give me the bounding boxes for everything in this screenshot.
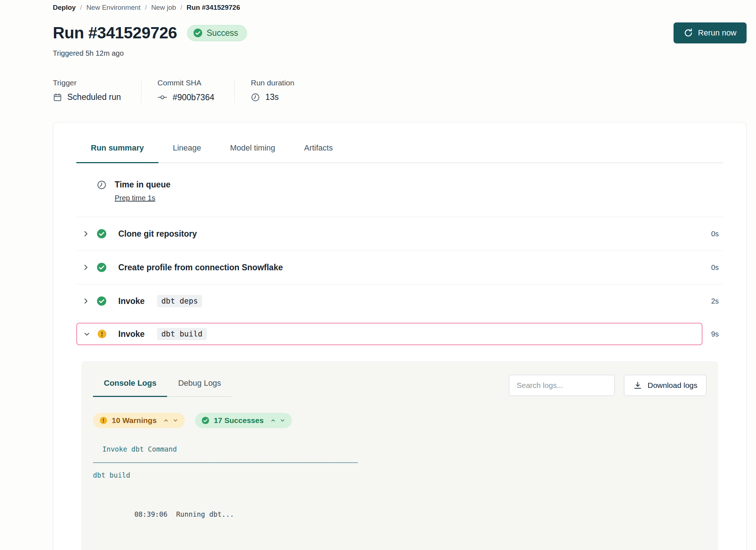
time-in-queue-block: Time in queue Prep time 1s bbox=[76, 163, 723, 217]
log-badges-row: 10 Warnings 17 Successes bbox=[93, 413, 706, 428]
run-meta: Trigger Scheduled run Commit SHA #900b73… bbox=[53, 79, 747, 102]
header: Run #341529726 Success Rerun now bbox=[53, 22, 747, 43]
chevron-up-icon[interactable] bbox=[163, 418, 169, 423]
meta-commit: Commit SHA #900b7364 bbox=[157, 79, 235, 102]
log-timestamp: 08:39:06 bbox=[134, 510, 167, 518]
breadcrumb-new-job[interactable]: New job bbox=[151, 4, 176, 12]
meta-duration-label: Run duration bbox=[251, 79, 294, 87]
check-circle-icon bbox=[97, 296, 107, 306]
meta-trigger-value: Scheduled run bbox=[67, 92, 121, 102]
meta-trigger-label: Trigger bbox=[53, 79, 121, 87]
download-logs-label: Download logs bbox=[647, 381, 697, 390]
clock-icon bbox=[251, 93, 260, 102]
run-detail-page: Deploy / New Environment / New job / Run… bbox=[0, 0, 756, 550]
log-command-title: Invoke dbt Command bbox=[93, 443, 706, 456]
breadcrumb-separator: / bbox=[145, 4, 147, 12]
breadcrumb: Deploy / New Environment / New job / Run… bbox=[53, 4, 747, 12]
run-summary-card: Run summary Lineage Model timing Artifac… bbox=[53, 122, 747, 550]
warning-icon bbox=[99, 416, 107, 424]
log-command: dbt build bbox=[93, 469, 706, 482]
check-circle-icon bbox=[201, 416, 209, 424]
step-command-chip: dbt build bbox=[157, 328, 207, 340]
breadcrumb-current-run: Run #341529726 bbox=[187, 4, 240, 12]
step-command-chip: dbt deps bbox=[157, 295, 202, 307]
console-log-output: Invoke dbt Command —————————————————————… bbox=[93, 443, 706, 550]
meta-duration: Run duration 13s bbox=[251, 79, 314, 102]
step-row-create-profile-snowflake[interactable]: Create profile from connection Snowflake… bbox=[76, 250, 723, 284]
console-panel: Console Logs Debug Logs Download logs bbox=[81, 361, 718, 550]
refresh-icon bbox=[684, 28, 693, 38]
meta-trigger: Trigger Scheduled run bbox=[53, 79, 141, 102]
step-duration: 0s bbox=[711, 263, 719, 272]
chevron-right-icon[interactable] bbox=[81, 297, 90, 305]
search-logs-input[interactable] bbox=[509, 375, 615, 396]
tab-model-timing[interactable]: Model timing bbox=[216, 143, 290, 163]
chevron-down-icon[interactable] bbox=[83, 330, 91, 338]
log-line: 08:39:06Running dbt... bbox=[93, 495, 706, 534]
breadcrumb-separator: / bbox=[80, 4, 82, 12]
step-row-invoke-dbt-deps[interactable]: Invoke dbt deps 2s bbox=[76, 284, 723, 318]
step-duration: 0s bbox=[711, 230, 719, 238]
status-badge: Success bbox=[187, 25, 247, 41]
breadcrumb-deploy[interactable]: Deploy bbox=[53, 4, 76, 12]
log-divider: ————————————————————————————————————————… bbox=[93, 456, 706, 469]
log-blank-line bbox=[93, 482, 706, 495]
download-logs-button[interactable]: Download logs bbox=[624, 375, 706, 396]
time-in-queue-title: Time in queue bbox=[115, 180, 170, 190]
step-title: Clone git repository bbox=[118, 229, 197, 239]
warning-icon bbox=[97, 329, 107, 339]
warnings-badge[interactable]: 10 Warnings bbox=[93, 413, 185, 428]
card-tabs: Run summary Lineage Model timing Artifac… bbox=[76, 143, 723, 163]
chevron-down-icon[interactable] bbox=[280, 418, 285, 423]
step-row-clone-git-repository[interactable]: Clone git repository 0s bbox=[76, 217, 723, 250]
queue-clock-icon bbox=[97, 180, 107, 202]
log-line: 08:39:07Unable to do partial parsing bec… bbox=[93, 534, 706, 550]
successes-badge-label: 17 Successes bbox=[214, 416, 264, 425]
page-title: Run #341529726 bbox=[53, 24, 177, 42]
meta-duration-value: 13s bbox=[265, 92, 279, 102]
chevron-down-icon[interactable] bbox=[173, 418, 178, 423]
tab-console-logs[interactable]: Console Logs bbox=[93, 373, 167, 397]
step-title: Invoke bbox=[118, 296, 145, 306]
check-circle-icon bbox=[193, 28, 203, 38]
commit-icon bbox=[157, 92, 167, 102]
step-duration: 2s bbox=[711, 297, 719, 305]
calendar-icon bbox=[53, 93, 62, 102]
warnings-badge-label: 10 Warnings bbox=[112, 416, 157, 425]
breadcrumb-new-environment[interactable]: New Environment bbox=[86, 4, 141, 12]
tab-run-summary[interactable]: Run summary bbox=[76, 143, 158, 163]
download-icon bbox=[633, 381, 642, 390]
console-tabs: Console Logs Debug Logs bbox=[93, 373, 232, 397]
chevron-up-icon[interactable] bbox=[270, 418, 276, 423]
log-message: Running dbt... bbox=[176, 510, 234, 518]
check-circle-icon bbox=[97, 262, 107, 272]
chevron-right-icon[interactable] bbox=[81, 229, 90, 238]
prep-time-link[interactable]: Prep time 1s bbox=[115, 194, 155, 202]
status-badge-label: Success bbox=[207, 28, 238, 38]
console-header: Console Logs Debug Logs Download logs bbox=[93, 373, 706, 397]
check-circle-icon bbox=[97, 229, 107, 239]
expanded-step-box[interactable]: Invoke dbt build bbox=[76, 323, 702, 345]
triggered-text: Triggered 5h 12m ago bbox=[53, 49, 747, 58]
step-duration: 9s bbox=[711, 330, 719, 338]
step-title: Invoke bbox=[118, 329, 145, 339]
step-title: Create profile from connection Snowflake bbox=[118, 263, 283, 272]
meta-commit-label: Commit SHA bbox=[157, 79, 214, 87]
tab-artifacts[interactable]: Artifacts bbox=[290, 143, 347, 163]
step-row-invoke-dbt-build[interactable]: Invoke dbt build 9s bbox=[76, 323, 719, 345]
rerun-now-button[interactable]: Rerun now bbox=[674, 22, 747, 43]
rerun-now-label: Rerun now bbox=[698, 28, 736, 38]
tab-lineage[interactable]: Lineage bbox=[158, 143, 216, 163]
chevron-right-icon[interactable] bbox=[81, 263, 90, 272]
successes-badge[interactable]: 17 Successes bbox=[195, 413, 292, 428]
tab-debug-logs[interactable]: Debug Logs bbox=[167, 373, 232, 397]
meta-commit-value: #900b7364 bbox=[173, 93, 214, 102]
breadcrumb-separator: / bbox=[180, 4, 182, 12]
